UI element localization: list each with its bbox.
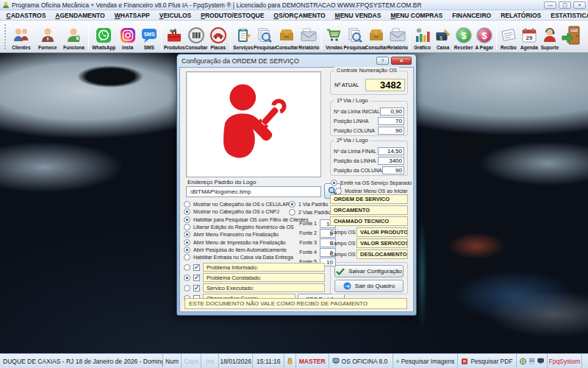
radio-icon: [184, 247, 190, 253]
toolbar-button-grafico[interactable]: Gráfico: [412, 21, 432, 52]
toolbar-button-consultar-produto[interactable]: Consultar: [185, 21, 207, 52]
menu-estatistica[interactable]: ESTATISTICA: [546, 12, 588, 19]
toolbar-label: Funciona: [63, 45, 85, 51]
menu-bar: CADASTROS AGENDAMENTO WHATSAPP VEICULOS …: [0, 10, 588, 21]
maximize-button[interactable]: ▢: [559, 1, 571, 9]
campo-os-3-field[interactable]: DESLOCAMENTO: [356, 250, 408, 259]
toolbar-button-consultar-vendas[interactable]: Consultar: [365, 21, 387, 52]
toolbar-button-pesquisar-os[interactable]: Pesquisar: [254, 21, 276, 52]
toolbar-button-receber[interactable]: $ Receber: [453, 21, 474, 52]
toolbar-label: A Pagar: [476, 45, 493, 51]
campo-os-1-field[interactable]: VALOR PRODUTOS: [356, 227, 408, 237]
via2-final-field[interactable]: 14,50: [378, 147, 404, 155]
dialog-help-button[interactable]: ?: [376, 57, 389, 65]
option-emitir-servico-separado[interactable]: Emitir na OS Serviço Separado: [331, 179, 412, 186]
option-menu-impressao[interactable]: Abrir Menu de Impressão na Finalização: [184, 238, 286, 246]
toolbar-button-exit[interactable]: EXIT: [560, 21, 582, 52]
toolbar-button-relatorio-os[interactable]: Relatório: [298, 21, 320, 52]
doc-type-chamado-tecnico[interactable]: CHAMADO TECNICO: [330, 216, 408, 226]
via2-coluna-field[interactable]: 90: [382, 166, 404, 174]
menu-veiculos[interactable]: VEICULOS: [154, 12, 196, 19]
row-problema-informado[interactable]: Problema Informado:: [184, 263, 325, 271]
menu-relatorios[interactable]: RELATÓRIOS: [496, 12, 546, 19]
option-celular[interactable]: Mostrar no Cabeçalho da OS o CELULAR: [184, 200, 290, 208]
option-1-via-padrao[interactable]: 1 Via Padrão: [289, 200, 328, 208]
toolbar-button-consultar-os[interactable]: Consultar: [276, 21, 298, 52]
option-menu-financeiro[interactable]: Abrir Menu Financeiro na Finalização: [184, 230, 279, 238]
campo-os-2-label: Campo OS 2: [330, 241, 359, 246]
toolbar-label: Vendas: [326, 45, 343, 51]
toolbar-label: Receber: [454, 45, 473, 51]
option-liberar-edicao[interactable]: Liberar Edição do Registro Numérico da O…: [184, 223, 294, 230]
menu-produto-estoque[interactable]: PRODUTO/ESTOQUE: [196, 12, 269, 19]
dialog-close-button[interactable]: ×: [391, 57, 412, 65]
application-window: Programa Oficina Mecânica + Vendas e Fin…: [0, 0, 588, 368]
group-title: Controle Numeração OS: [334, 67, 399, 74]
toolbar-button-pesquisar-vendas[interactable]: Pesquisar: [344, 21, 365, 52]
menu-financeiro[interactable]: FINANCEIRO: [448, 12, 496, 19]
fonte-2-label: Fonte 2: [287, 230, 317, 236]
dialog-client-area: Endereço Padrão do Logo .\BITMAP\logomec…: [179, 67, 414, 312]
toolbar-button-placas[interactable]: Placas: [207, 21, 229, 52]
toolbar-button-agenda[interactable]: 29 Agenda: [519, 21, 539, 52]
toolbar-button-produtos[interactable]: Produtos: [163, 21, 185, 52]
toolbar-button-insta[interactable]: Insta: [117, 21, 138, 52]
num-atual-value[interactable]: 3482: [365, 79, 405, 91]
calendar-icon: 29: [520, 25, 538, 45]
via2-linha-field[interactable]: 3400: [378, 157, 404, 165]
close-button[interactable]: ×: [573, 1, 586, 9]
doc-type-orcamento[interactable]: ORCAMENTO: [330, 205, 408, 215]
via1-coluna-field[interactable]: 90: [378, 127, 404, 135]
checkbox-icon[interactable]: [193, 285, 200, 291]
menu-cadastros[interactable]: CADASTROS: [1, 12, 51, 19]
toolbar-button-funciona[interactable]: Funciona: [61, 21, 87, 52]
status-search-pdf[interactable]: Pesquisar PDF: [458, 354, 516, 368]
dialog-titlebar[interactable]: Configuração da ORDEM DE SERVIÇO ? ×: [179, 54, 414, 67]
option-cnpj[interactable]: Mostrar no Cabeçalho da OS o CNPJ: [184, 208, 279, 215]
svg-text:SMS: SMS: [143, 32, 155, 37]
toolbar-button-caixa[interactable]: $ Caixa: [433, 21, 453, 52]
toolbar-button-vendas[interactable]: Vendas: [323, 21, 344, 52]
option-mostrar-menu-os[interactable]: Mostrar Menu OS ao Iniciar: [335, 187, 408, 194]
doc-type-ordem-servico[interactable]: ORDEM DE SERVICO: [330, 194, 408, 204]
exit-dialog-button[interactable]: Sair do Quadro: [334, 280, 404, 292]
menu-os-orcamento[interactable]: OS/ORÇAMENTO: [269, 12, 330, 19]
status-tools[interactable]: [517, 354, 548, 368]
via1-linha-field[interactable]: 70: [378, 117, 404, 125]
toolbar-button-a-pagar[interactable]: $ A Pagar: [474, 21, 495, 52]
status-search-images[interactable]: Pesquisar Imagens: [393, 354, 459, 368]
svg-text:EXIT: EXIT: [571, 29, 577, 32]
status-bar: DUQUE DE CAXIAS - RJ 18 de Janeiro de 20…: [0, 353, 588, 368]
toolbar-button-recibo[interactable]: Recibo: [498, 21, 519, 52]
toolbar-label: WhatsApp: [92, 45, 115, 51]
toolbar-button-servicos[interactable]: Serviços: [232, 21, 254, 52]
logo-path-field[interactable]: .\BITMAP\logomec.bmp: [186, 186, 321, 197]
menu-menu-compras[interactable]: MENU COMPRAS: [386, 12, 448, 19]
toolbar-button-fornece[interactable]: Fornece: [35, 21, 61, 52]
option-entrada-caixa[interactable]: Habilitar Entrada no Caixa via Data Entr…: [184, 253, 293, 261]
status-help[interactable]: [582, 354, 588, 368]
toolbar-button-relatorio-vendas[interactable]: Relatório: [387, 21, 408, 52]
toolbar-button-clientes[interactable]: Clientes: [8, 21, 35, 52]
menu-whatsapp[interactable]: WHATSAPP: [110, 12, 154, 19]
checkbox-icon[interactable]: [193, 275, 200, 281]
radio-icon: [289, 209, 295, 216]
toolbar-button-whatsapp[interactable]: WhatsApp: [90, 21, 117, 52]
row-servico-executado[interactable]: Servico Executado:: [184, 284, 325, 291]
toolbar-button-suporte[interactable]: Suporte: [539, 21, 560, 52]
checkbox-icon[interactable]: [193, 264, 200, 271]
option-2-vias-padrao[interactable]: 2 Vias Padrão: [289, 208, 331, 216]
cart-icon: [325, 25, 343, 45]
via1-inicial-field[interactable]: 0,90: [380, 107, 404, 116]
toolbar-button-sms[interactable]: SMS SMS: [138, 21, 159, 52]
menu-menu-vendas[interactable]: MENU VENDAS: [330, 12, 386, 19]
save-config-button[interactable]: Salvar Configuração: [334, 265, 404, 277]
option-pesquisa-item[interactable]: Abrir Pesquisa do Item Automaticamente: [184, 246, 287, 253]
campo-os-2-field[interactable]: VALOR SERVICOS: [356, 238, 408, 248]
menu-agendamento[interactable]: AGENDAMENTO: [51, 12, 110, 19]
toolbar-label: Gráfico: [414, 45, 431, 51]
minimize-button[interactable]: —: [544, 1, 556, 9]
globe-icon: [520, 358, 526, 365]
row-problema-constatado[interactable]: Problema Constatado:: [184, 274, 325, 281]
monitor-icon: [537, 358, 544, 364]
